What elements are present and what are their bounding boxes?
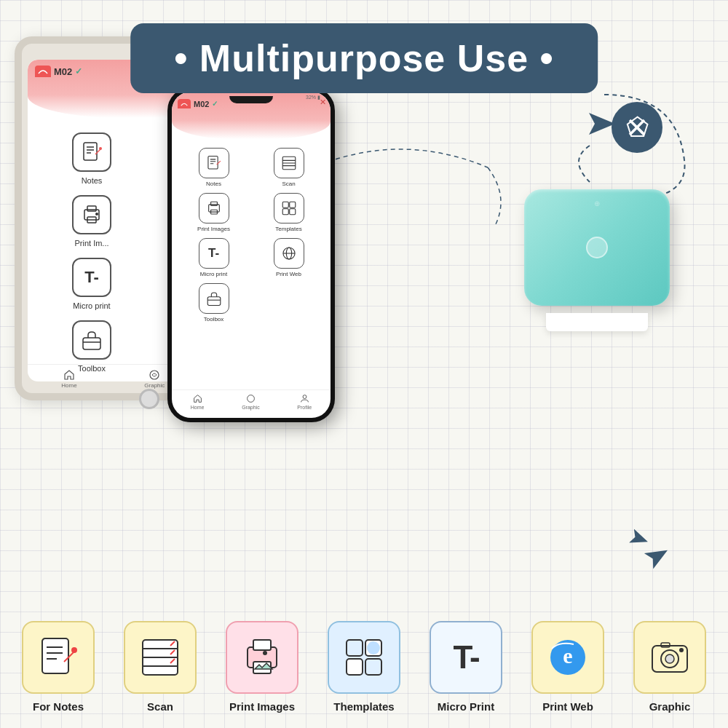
feature-microprint: T- Micro Print <box>422 621 510 714</box>
phone-nav-profile[interactable]: Profile <box>297 394 312 410</box>
svg-text:e: e <box>563 644 572 668</box>
svg-rect-30 <box>207 156 217 169</box>
phone-app-logo: M02 ✓ <box>178 99 218 108</box>
page-container: • Multipurpose Use • ⬠ <box>0 0 728 728</box>
svg-point-16 <box>95 213 98 215</box>
printer-body: ⊕ <box>524 189 670 306</box>
svg-rect-45 <box>289 209 295 215</box>
phone-nav-home[interactable]: Home <box>191 394 205 410</box>
tablet-nav-home[interactable]: Home <box>61 369 76 381</box>
svg-rect-70 <box>347 640 363 656</box>
feature-templates: Themplates <box>320 621 408 714</box>
svg-point-52 <box>303 395 306 399</box>
bluetooth-svg <box>623 114 651 141</box>
svg-marker-2 <box>629 529 650 549</box>
phone-icon-toolbox[interactable]: Toolbox <box>179 283 248 323</box>
phone-close: ✕ <box>320 98 326 107</box>
tablet-home-button[interactable] <box>139 389 159 409</box>
feature-printweb-icon: e <box>531 621 604 694</box>
svg-point-8 <box>99 147 102 150</box>
svg-line-7 <box>95 149 100 154</box>
feature-print-icon <box>226 621 298 694</box>
tablet-icon-print[interactable]: Print Im... <box>39 195 144 248</box>
printer-paper <box>546 313 648 331</box>
phone-icon-print[interactable]: Print Images <box>179 193 248 232</box>
svg-rect-14 <box>87 206 96 211</box>
phone-screen: M02 ✓ ✕ 32% ▮ <box>172 92 331 418</box>
feature-templates-icon <box>328 621 400 694</box>
paper-plane-3 <box>628 529 651 552</box>
tablet-app-logo: M02 ✓ <box>35 66 82 77</box>
tablet-icon-microprint[interactable]: T- Micro print <box>39 258 144 310</box>
tablet-logo-icon <box>35 66 51 77</box>
feature-graphic-label: Graphic <box>649 700 691 714</box>
feature-microprint-label: Micro Print <box>438 700 494 714</box>
svg-rect-40 <box>210 202 217 205</box>
feature-graphic-icon <box>633 621 706 694</box>
phone-icon-grid: Notes Scan <box>172 139 331 331</box>
feature-notes-icon <box>22 621 95 694</box>
phone-notch <box>229 96 273 103</box>
tablet-icon-notes[interactable]: Notes <box>39 132 144 185</box>
svg-rect-3 <box>84 143 97 160</box>
phone-icon-scan[interactable]: Scan <box>254 148 323 187</box>
feature-print-label: Print Images <box>229 700 295 714</box>
svg-point-28 <box>150 371 159 379</box>
phone-bottom-nav: Home Graphic Profile <box>172 389 331 414</box>
svg-rect-43 <box>289 202 295 207</box>
svg-rect-42 <box>282 202 288 207</box>
svg-line-34 <box>216 161 220 165</box>
svg-rect-67 <box>253 640 271 650</box>
header-banner: • Multipurpose Use • <box>130 23 598 93</box>
svg-rect-73 <box>347 659 363 675</box>
svg-point-51 <box>248 395 255 403</box>
feature-graphic: Graphic <box>626 621 713 714</box>
svg-rect-53 <box>42 638 68 673</box>
feature-printweb: e Print Web <box>524 621 612 714</box>
svg-rect-49 <box>207 297 221 306</box>
tablet-check: ✓ <box>75 66 82 76</box>
feature-printweb-label: Print Web <box>542 700 593 714</box>
printer-button <box>586 237 608 258</box>
tablet-nav-graphic[interactable]: Graphic <box>144 369 165 381</box>
svg-marker-1 <box>644 542 672 569</box>
phone-nav-graphic[interactable]: Graphic <box>242 394 260 410</box>
phone-app-name: M02 <box>194 100 209 108</box>
paper-plane-2 <box>644 542 674 572</box>
svg-point-80 <box>665 654 674 663</box>
svg-point-58 <box>71 647 77 653</box>
phone-icon-printweb[interactable]: Print Web <box>254 238 323 277</box>
phone-status: 32% ▮ <box>306 95 320 100</box>
phone-logo-icon <box>178 99 191 108</box>
feature-scan-icon <box>124 621 197 694</box>
printer-container: ⊕ <box>524 189 684 320</box>
phone-icon-microprint[interactable]: T- Micro print <box>179 238 248 277</box>
svg-point-69 <box>263 651 267 655</box>
features-row: For Notes Scan <box>7 621 721 714</box>
phone-check: ✓ <box>212 100 218 108</box>
feature-notes: For Notes <box>15 621 102 714</box>
feature-templates-label: Themplates <box>333 700 394 714</box>
feature-microprint-icon: T- <box>430 621 502 694</box>
phone-icon-templates[interactable]: Templates <box>254 193 323 232</box>
phone: M02 ✓ ✕ 32% ▮ <box>167 87 335 422</box>
printer-logo: ⊕ <box>594 199 600 207</box>
svg-rect-26 <box>83 338 100 349</box>
header-title: • Multipurpose Use • <box>174 37 554 79</box>
feature-print: Print Images <box>218 621 306 714</box>
bluetooth-icon: ⬠ <box>612 102 662 153</box>
svg-rect-44 <box>282 209 288 215</box>
svg-point-82 <box>679 648 684 652</box>
feature-scan-label: Scan <box>147 700 173 714</box>
svg-point-72 <box>367 641 380 654</box>
tablet-app-name: M02 <box>54 66 72 77</box>
svg-rect-74 <box>365 659 381 675</box>
phone-icon-notes[interactable]: Notes <box>179 148 248 187</box>
feature-scan: Scan <box>116 621 204 714</box>
feature-notes-label: For Notes <box>33 700 84 714</box>
